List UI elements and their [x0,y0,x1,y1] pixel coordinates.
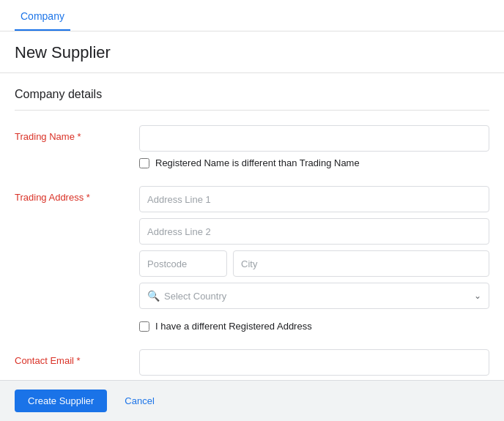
section-title: Company details [15,88,489,111]
registered-name-label: Registered Name is different than Tradin… [155,157,360,168]
footer-bar: Create Supplier Cancel [0,380,504,421]
create-supplier-button[interactable]: Create Supplier [15,390,107,412]
address-fields: 🔍 Select Country ⌄ I have a different Re… [139,186,489,338]
form-section: Company details Trading Name * Registere… [0,73,504,376]
search-icon: 🔍 [147,290,160,302]
page-header: New Supplier [0,31,504,73]
address-line-1-input[interactable] [139,186,489,212]
postcode-city-row [139,250,489,277]
chevron-down-icon: ⌄ [474,291,481,301]
contact-email-label: Contact Email * [15,349,139,366]
trading-address-label: Trading Address * [15,186,139,203]
country-placeholder: Select Country [164,291,474,302]
contact-email-input[interactable] [139,349,489,376]
registered-name-checkbox-row: Registered Name is different than Tradin… [139,157,489,168]
trading-name-label: Trading Name * [15,125,139,142]
postcode-input[interactable] [139,250,227,277]
trading-name-field-content: Registered Name is different than Tradin… [139,125,489,174]
different-address-label: I have a different Registered Address [155,321,312,332]
address-line-2-input[interactable] [139,218,489,245]
registered-name-checkbox[interactable] [139,158,149,168]
tab-company[interactable]: Company [15,0,70,31]
contact-email-row: Contact Email * [15,349,489,376]
trading-address-row: Trading Address * 🔍 Select Country ⌄ I h… [15,186,489,338]
tab-bar: Company [0,0,504,31]
page-title: New Supplier [15,43,489,62]
cancel-button[interactable]: Cancel [116,390,163,412]
city-input[interactable] [233,250,489,277]
trading-name-row: Trading Name * Registered Name is differ… [15,125,489,174]
country-select[interactable]: 🔍 Select Country ⌄ [139,283,489,309]
trading-name-input[interactable] [139,125,489,152]
different-address-checkbox-row: I have a different Registered Address [139,321,489,332]
contact-email-field-content [139,349,489,376]
different-address-checkbox[interactable] [139,321,149,332]
